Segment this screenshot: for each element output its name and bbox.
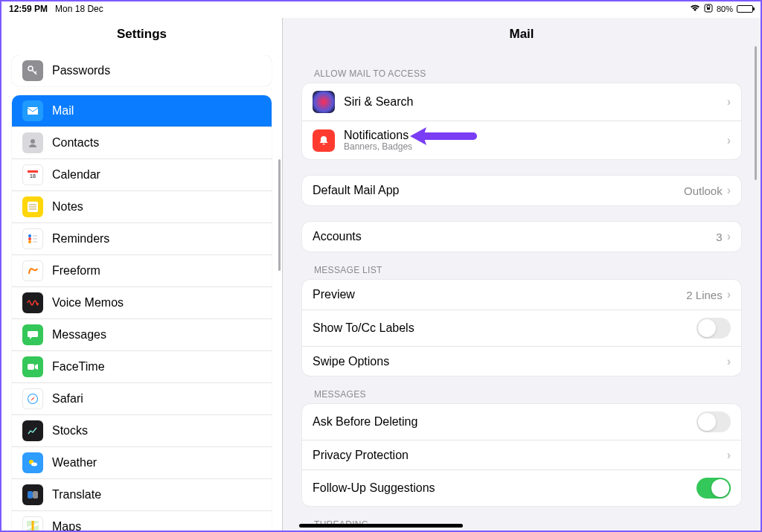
sidebar-item-voice-memos[interactable]: Voice Memos [12, 286, 272, 318]
row-swipe-options[interactable]: Swipe Options › [302, 346, 741, 376]
row-label: Swipe Options [313, 355, 389, 368]
calendar-icon: 18 [22, 164, 43, 185]
row-preview[interactable]: Preview 2 Lines › [302, 280, 741, 310]
settings-sidebar: Settings Passwords MailContacts18Calenda… [1, 18, 283, 531]
svg-rect-5 [28, 170, 38, 173]
row-ask-before-deleting: Ask Before Deleting [302, 404, 741, 440]
sidebar-group-apps: MailContacts18CalendarNotesRemindersFree… [12, 95, 272, 531]
chevron-right-icon: › [727, 184, 731, 197]
home-indicator[interactable] [299, 524, 463, 528]
sidebar-item-facetime[interactable]: FaceTime [12, 350, 272, 382]
svg-text:18: 18 [30, 173, 36, 179]
sidebar-item-mail[interactable]: Mail [12, 95, 272, 126]
row-sublabel: Banners, Badges [344, 142, 412, 152]
row-notifications[interactable]: Notifications Banners, Badges › [302, 121, 741, 159]
sidebar-item-label: Mail [52, 104, 74, 118]
sidebar-item-safari[interactable]: Safari [12, 382, 272, 414]
sidebar-item-label: Weather [52, 456, 97, 469]
svg-point-13 [28, 237, 31, 240]
sidebar-item-label: Freeform [52, 264, 100, 278]
freeform-icon [22, 260, 43, 281]
sidebar-item-label: Passwords [52, 64, 110, 77]
chevron-right-icon: › [727, 288, 731, 301]
row-accounts[interactable]: Accounts 3 › [302, 222, 741, 251]
messages-icon [22, 324, 43, 345]
sidebar-item-label: Messages [52, 328, 106, 342]
chevron-right-icon: › [727, 449, 731, 462]
section-allow-access: Allow Mail to Access [302, 55, 741, 83]
toggle-show-tocc[interactable] [697, 318, 731, 339]
translate-icon [22, 484, 43, 505]
row-value: 2 Lines [686, 289, 722, 301]
sidebar-item-calendar[interactable]: 18Calendar [12, 158, 272, 190]
row-value: Outlook [684, 185, 723, 197]
row-value: 3 [716, 231, 722, 243]
svg-point-22 [31, 463, 37, 467]
row-label: Ask Before Deleting [313, 415, 417, 429]
chevron-right-icon: › [727, 95, 731, 109]
row-label: Follow-Up Suggestions [313, 481, 435, 495]
row-label: Show To/Cc Labels [313, 321, 414, 335]
siri-icon [313, 91, 335, 113]
status-time: 12:59 PM [9, 4, 48, 14]
sidebar-item-stocks[interactable]: Stocks [12, 414, 272, 446]
row-show-tocc: Show To/Cc Labels [302, 310, 741, 346]
sidebar-item-translate[interactable]: Translate [12, 478, 272, 510]
status-date: Mon 18 Dec [55, 4, 103, 14]
scroll-indicator [755, 46, 757, 180]
svg-point-14 [28, 240, 31, 243]
sidebar-item-label: Safari [52, 392, 83, 406]
sidebar-item-passwords[interactable]: Passwords [12, 55, 272, 86]
row-default-mail-app[interactable]: Default Mail App Outlook › [302, 176, 741, 205]
contact-icon [22, 132, 43, 153]
orientation-lock-icon [704, 4, 713, 14]
wifi-icon [690, 4, 700, 13]
stocks-icon [22, 420, 43, 441]
row-label: Privacy Protection [313, 449, 409, 462]
sidebar-item-label: Notes [52, 200, 83, 214]
sidebar-item-label: Contacts [52, 136, 99, 150]
toggle-ask-before-deleting[interactable] [697, 411, 731, 432]
battery-percent: 80% [717, 4, 733, 13]
sidebar-item-label: Reminders [52, 232, 109, 246]
sidebar-title: Settings [1, 18, 282, 55]
svg-rect-23 [28, 491, 33, 499]
row-label: Preview [313, 288, 355, 301]
status-bar: 12:59 PM Mon 18 Dec 80% [1, 1, 761, 16]
sidebar-item-label: FaceTime [52, 360, 105, 374]
sidebar-group-passwords: Passwords [12, 55, 272, 86]
sidebar-item-label: Maps [52, 520, 81, 531]
sidebar-item-label: Voice Memos [52, 296, 124, 310]
sidebar-item-messages[interactable]: Messages [12, 318, 272, 350]
sidebar-item-label: Translate [52, 488, 101, 501]
scroll-indicator [278, 159, 281, 271]
maps-icon [22, 516, 43, 531]
row-follow-up: Follow-Up Suggestions [302, 469, 741, 506]
status-right: 80% [690, 4, 753, 14]
sidebar-item-reminders[interactable]: Reminders [12, 222, 272, 254]
row-siri-search[interactable]: Siri & Search › [302, 83, 741, 121]
toggle-follow-up[interactable] [697, 478, 731, 499]
annotation-arrow-icon [410, 126, 477, 147]
chevron-right-icon: › [727, 134, 731, 147]
chevron-right-icon: › [727, 355, 731, 368]
sidebar-item-notes[interactable]: Notes [12, 190, 272, 222]
safari-icon [22, 388, 43, 409]
section-messages: Messages [302, 376, 741, 404]
row-label: Default Mail App [313, 184, 400, 197]
sidebar-item-weather[interactable]: Weather [12, 446, 272, 478]
row-label: Siri & Search [344, 95, 413, 109]
sidebar-item-contacts[interactable]: Contacts [12, 126, 272, 158]
row-label: Accounts [313, 230, 362, 243]
key-icon [22, 60, 43, 81]
row-privacy-protection[interactable]: Privacy Protection › [302, 440, 741, 469]
voicememo-icon [22, 292, 43, 313]
svg-rect-18 [28, 364, 34, 370]
main-title: Mail [283, 18, 761, 55]
row-label: Notifications [344, 129, 412, 142]
sidebar-item-maps[interactable]: Maps [12, 510, 272, 531]
facetime-icon [22, 356, 43, 377]
sidebar-item-freeform[interactable]: Freeform [12, 254, 272, 286]
svg-point-12 [28, 234, 31, 237]
svg-rect-1 [707, 7, 710, 10]
